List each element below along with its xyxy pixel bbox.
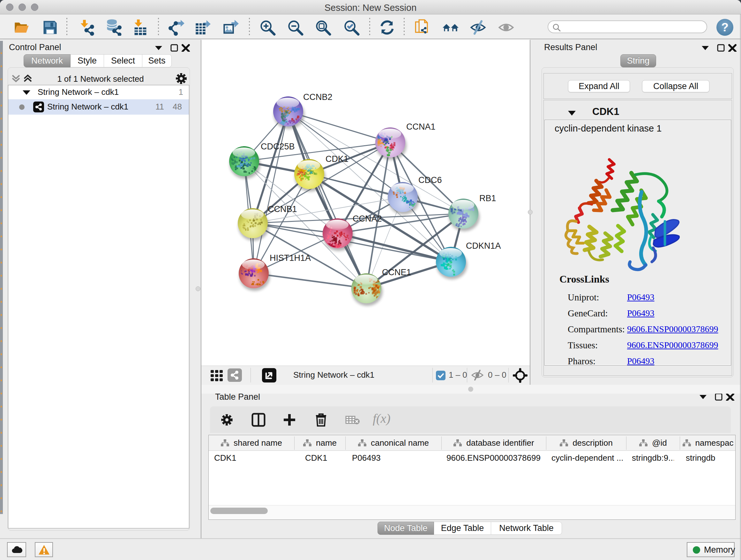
svg-text:CCNB2: CCNB2 [303,92,333,102]
svg-text:CCNB1: CCNB1 [268,204,297,214]
svg-text:CDC6: CDC6 [418,175,442,185]
svg-text:CCNE1: CCNE1 [382,267,411,277]
svg-text:RB1: RB1 [479,193,496,203]
svg-text:HIST1H1A: HIST1H1A [270,253,311,263]
svg-text:CDC25B: CDC25B [261,142,295,151]
svg-text:CDK1: CDK1 [326,154,348,164]
svg-text:CCNA2: CCNA2 [353,214,382,224]
svg-text:CCNA1: CCNA1 [406,122,435,132]
svg-text:CDKN1A: CDKN1A [466,241,501,251]
